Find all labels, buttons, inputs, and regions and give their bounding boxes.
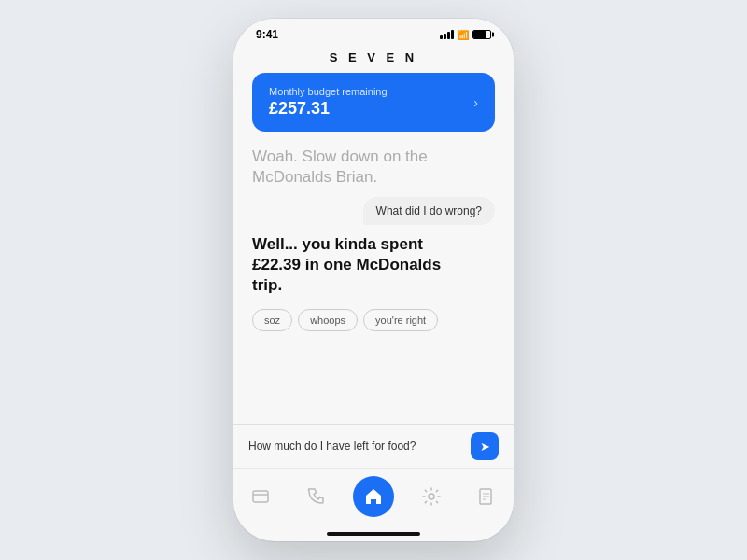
nav-phone[interactable] <box>299 480 332 513</box>
assistant-message-1: Woah. Slow down on the McDonalds Brian. <box>252 147 446 188</box>
chip-youre-right[interactable]: you're right <box>363 309 438 331</box>
cards-icon <box>251 487 270 506</box>
status-time: 9:41 <box>256 28 278 41</box>
phone-frame: 9:41 📶 S E V E N Monthly budget remainin… <box>233 19 514 541</box>
bottom-nav <box>233 468 514 528</box>
gear-icon <box>422 487 441 506</box>
nav-cards[interactable] <box>244 480 277 513</box>
home-icon <box>363 486 384 507</box>
nav-settings[interactable] <box>415 480 448 513</box>
chip-whoops[interactable]: whoops <box>298 309 358 331</box>
status-bar: 9:41 📶 <box>233 19 514 45</box>
send-button[interactable]: ➤ <box>471 432 499 460</box>
app-title: S E V E N <box>330 50 418 64</box>
input-row: ➤ <box>233 424 514 468</box>
assistant-text-bold: Well... you kinda spent £22.39 in one Mc… <box>252 235 441 294</box>
content-area: Monthly budget remaining £257.31 › Woah.… <box>233 73 514 424</box>
send-icon: ➤ <box>480 440 490 454</box>
chip-soz[interactable]: soz <box>252 309 292 331</box>
signal-bars-icon <box>440 30 454 39</box>
home-indicator <box>327 532 420 536</box>
user-bubble: What did I do wrong? <box>363 197 495 225</box>
battery-icon <box>472 30 491 39</box>
nav-book[interactable] <box>470 480 503 513</box>
chips-row: soz whoops you're right <box>252 309 495 331</box>
budget-amount: £257.31 <box>269 99 388 119</box>
app-header: S E V E N <box>233 45 514 73</box>
user-bubble-text: What did I do wrong? <box>376 204 482 217</box>
assistant-message-2: Well... you kinda spent £22.39 in one Mc… <box>252 234 458 296</box>
chat-area: Woah. Slow down on the McDonalds Brian. … <box>252 147 495 414</box>
book-icon <box>477 487 496 506</box>
chat-input[interactable] <box>248 440 463 453</box>
budget-text-block: Monthly budget remaining £257.31 <box>269 86 388 119</box>
wifi-icon: 📶 <box>458 30 469 40</box>
budget-label: Monthly budget remaining <box>269 86 388 97</box>
status-icons: 📶 <box>440 30 491 40</box>
user-message-1: What did I do wrong? <box>363 197 495 225</box>
budget-arrow-icon: › <box>473 95 478 110</box>
nav-home[interactable] <box>353 476 394 517</box>
budget-card[interactable]: Monthly budget remaining £257.31 › <box>252 73 495 132</box>
svg-point-2 <box>429 494 434 499</box>
svg-rect-0 <box>253 491 268 502</box>
assistant-text-light: Woah. Slow down on the McDonalds Brian. <box>252 147 428 186</box>
phone-icon <box>306 487 325 506</box>
